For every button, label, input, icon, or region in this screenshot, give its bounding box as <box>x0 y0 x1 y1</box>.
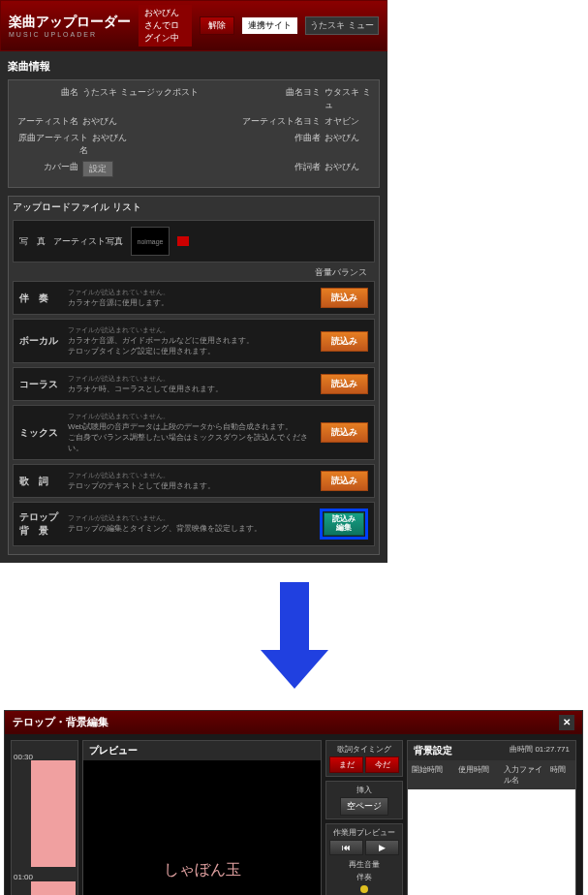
label-song-name: 曲名 <box>15 86 82 111</box>
track-desc: カラオケ時、コーラスとして使用されます。 <box>68 384 321 394</box>
mada-button[interactable]: まだ <box>329 756 363 773</box>
track-name: 伴 奏 <box>19 292 68 305</box>
balance-label: 音量バランス <box>13 266 367 279</box>
photo-label: 写 真 <box>19 235 46 248</box>
link-site-label: 連携サイト <box>242 17 297 34</box>
track-desc: カラオケ音源、ガイドボーカルなどに使用されます。 テロップタイミング設定に使用さ… <box>68 335 321 356</box>
val-orig-artist: おやびん <box>92 132 257 157</box>
photo-row: 写 真 アーティスト写真 noimage <box>13 220 375 262</box>
track-row: コーラス ファイルが読込まれていません。 カラオケ時、コーラスとして使用されます… <box>13 367 375 401</box>
val-artist: おやびん <box>82 115 237 128</box>
track-desc: テロップのテキストとして使用されます。 <box>68 480 321 491</box>
val-song-yomi: ウタスキ ミュ <box>325 86 373 111</box>
label-orig-artist: 原曲アーティスト名 <box>15 132 92 157</box>
track-row: ミックス ファイルが読込まれていません。 Web試聴用の音声データは上段のデータ… <box>13 405 375 460</box>
load-button[interactable]: 読込み <box>321 288 368 308</box>
bg-table-header: 開始時間 使用時間 入力ファイル名 時間 <box>408 760 575 789</box>
track-status: ファイルが読込まれていません。 <box>68 374 321 384</box>
label-artist: アーティスト名 <box>15 115 82 128</box>
track-name: ミックス <box>19 426 68 440</box>
track-name: コーラス <box>19 378 68 391</box>
upload-section: アップロードファイル リスト 写 真 アーティスト写真 noimage 音量バラ… <box>8 196 380 555</box>
timing-label: 歌詞タイミング <box>329 744 399 755</box>
label-lyricist: 作詞者 <box>257 161 325 177</box>
play-button[interactable]: ▶ <box>365 840 399 855</box>
track-status: ファイルが読込まれていません。 <box>68 471 321 480</box>
noimage-placeholder: noimage <box>131 227 170 256</box>
editor-title: テロップ・背景編集 <box>13 715 108 729</box>
col-time: 時間 <box>548 762 573 787</box>
camera-icon[interactable] <box>177 236 189 246</box>
arrow-indicator <box>0 582 588 691</box>
ima-button[interactable]: 今だ <box>365 756 399 773</box>
track-row: ボーカル ファイルが読込まれていません。 カラオケ音源、ガイドボーカルなどに使用… <box>13 319 375 363</box>
app-header: 楽曲アップローダー MUSIC UPLOADER おやびんさんでログイン中 解除… <box>0 0 387 51</box>
play-vol-label: 再生音量 <box>329 859 399 870</box>
insert-label: 挿入 <box>329 785 399 795</box>
rewind-button[interactable]: ⏮ <box>329 840 363 855</box>
work-preview-label: 作業用プレビュー <box>329 827 399 838</box>
preview-panel: プレビュー しゃぼん玉 <box>82 740 322 895</box>
artist-photo-label: アーティスト写真 <box>53 235 123 248</box>
col-start: 開始時間 <box>410 762 456 787</box>
track-row: テロップ 背 景 ファイルが読込まれていません。 テロップの編集とタイミング、背… <box>13 502 375 546</box>
load-button[interactable]: 読込み <box>321 374 368 394</box>
editor-title-bar: テロップ・背景編集 ✕ <box>5 711 582 734</box>
preview-lyric-text: しゃぼん玉 <box>164 860 241 880</box>
load-edit-button[interactable]: 読込み 編集 <box>324 512 364 536</box>
load-button[interactable]: 読込み <box>321 331 368 352</box>
timeline-segment[interactable] <box>31 760 76 867</box>
track-row: 伴 奏 ファイルが読込まれていません。 カラオケ音源に使用します。 読込み <box>13 281 375 315</box>
track-name: 歌 詞 <box>19 475 68 488</box>
login-status: おやびんさんでログイン中 <box>139 5 192 46</box>
bg-table-body[interactable] <box>408 789 575 895</box>
track-name: テロップ 背 景 <box>19 510 68 538</box>
val-artist-yomi: オヤビン <box>325 115 373 128</box>
load-button[interactable]: 読込み <box>321 422 368 443</box>
song-info-grid: 曲名 うたスキ ミュージックポスト 曲名ヨミ ウタスキ ミュ アーティスト名 お… <box>8 79 380 188</box>
track-row: 歌 詞 ファイルが読込まれていません。 テロップのテキストとして使用されます。 … <box>13 464 375 498</box>
label-composer: 作曲者 <box>257 132 325 157</box>
close-icon[interactable]: ✕ <box>559 715 574 730</box>
logout-button[interactable]: 解除 <box>200 16 234 35</box>
track-status: ファイルが読込まれていません。 <box>68 513 320 523</box>
track-status: ファイルが読込まれていません。 <box>68 412 321 421</box>
preview-header: プレビュー <box>83 741 321 760</box>
label-artist-yomi: アーティスト名ヨミ <box>237 115 325 128</box>
blank-page-button[interactable]: 空ページ <box>340 797 388 816</box>
track-status: ファイルが読込まれていません。 <box>68 288 321 297</box>
col-use: 使用時間 <box>456 762 503 787</box>
app-subtitle: MUSIC UPLOADER <box>9 31 131 38</box>
time-label: 曲時間 <box>510 745 533 754</box>
timeline-mark-0100: 01:00 <box>14 873 33 881</box>
track-desc: Web試聴用の音声データは上段のデータから自動合成されます。 ご自身でバランス調… <box>68 421 321 453</box>
label-song-yomi: 曲名ヨミ <box>257 86 325 111</box>
val-song-name: うたスキ ミュージックポスト <box>82 86 257 111</box>
track-name: ボーカル <box>19 334 68 348</box>
val-composer: おやびん <box>325 132 373 157</box>
track-desc: テロップの編集とタイミング、背景映像を設定します。 <box>68 523 320 534</box>
bg-title: 背景設定 <box>414 744 452 757</box>
cover-set-button[interactable]: 設定 <box>82 161 113 177</box>
banso-slider[interactable] <box>360 885 368 893</box>
timeline-segment[interactable] <box>31 881 76 895</box>
highlight-box: 読込み 編集 <box>320 509 368 540</box>
track-status: ファイルが読込まれていません。 <box>68 325 321 335</box>
val-lyricist: おやびん <box>325 161 373 177</box>
col-file: 入力ファイル名 <box>502 762 548 787</box>
time-value: 01:27.771 <box>535 745 570 754</box>
banso-label: 伴奏 <box>329 872 399 882</box>
site-dropdown[interactable]: うたスキ ミュー <box>305 16 379 35</box>
label-cover: カバー曲 <box>15 161 82 177</box>
upload-title: アップロードファイル リスト <box>13 201 375 214</box>
load-button[interactable]: 読込み <box>321 471 368 491</box>
app-title: 楽曲アップローダー <box>9 14 131 31</box>
track-desc: カラオケ音源に使用します。 <box>68 297 321 308</box>
song-info-title: 楽曲情報 <box>8 59 380 74</box>
timeline[interactable]: 00:30 01:00 <box>11 740 78 895</box>
